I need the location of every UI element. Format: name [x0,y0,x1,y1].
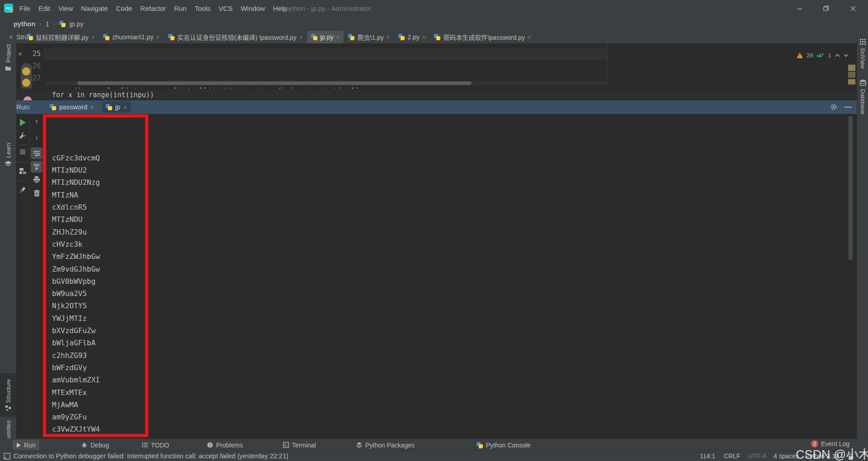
hide-panel-button[interactable] [844,107,852,108]
restore-layout-button[interactable] [16,168,29,174]
close-icon[interactable]: × [528,34,531,40]
status-message[interactable]: Connection to Python debugger failed: In… [14,451,288,461]
breadcrumb-file[interactable]: jp.py [70,20,84,28]
toolwindow-button-debug[interactable]: Debug [78,440,113,450]
breadcrumb-folder[interactable]: 1 [46,20,49,28]
menu-item[interactable]: VCS [215,0,237,17]
toolwindow-label: Python Console [486,442,531,449]
toolbar-group-separator [18,145,27,145]
run-console-tab[interactable]: password × [46,102,98,113]
tool-window-icon [10,34,13,40]
close-icon[interactable]: × [336,34,340,40]
toolwindow-quick-access-button[interactable] [4,453,10,460]
sidebar-item-learn[interactable]: Learn [0,143,16,166]
navigation-bar: python › 1 › jp.py jp [0,17,868,31]
rerun-icon [20,119,26,126]
console-scrollbar-thumb[interactable] [849,116,853,260]
checks-icon [816,52,824,58]
gutter-dot-icon [22,67,30,75]
printer-icon [33,176,40,183]
next-occurrence-button[interactable]: ↓ [30,133,43,142]
menu-item[interactable]: Edit [34,0,54,17]
caret-position-widget[interactable]: 114:1 [700,451,715,461]
menu-item[interactable]: Navigate [77,0,112,17]
wrench-icon [19,132,26,139]
menu-item[interactable]: Tools [191,0,215,17]
indent-widget[interactable]: 4 spaces [774,451,799,461]
chevron-up-icon[interactable] [835,54,840,57]
print-button[interactable] [30,176,43,183]
sidebar-item-structure[interactable]: Structure [0,373,16,417]
editor-tab[interactable]: jp.py × [307,31,344,43]
close-icon[interactable]: × [91,34,95,40]
soft-wrap-toggle[interactable] [31,147,42,159]
inspections-widget[interactable]: 28 1 [797,50,849,60]
sidebar-item-sciview[interactable]: SciView [857,39,868,69]
menu-item[interactable]: Window [236,0,269,17]
quick-access-icon [4,453,10,460]
python-file-icon [168,34,175,40]
toolwindow-button-python-console[interactable]: Python Console [473,440,534,450]
editor-tab-label: 鼠标控制器详解.py [36,33,89,42]
close-icon[interactable]: × [156,34,160,40]
scroll-to-end-toggle[interactable] [31,161,42,173]
sidebar-item-database[interactable]: Database [857,80,868,114]
run-console-tab-label: password [59,103,87,111]
menu-item[interactable]: File [15,0,34,17]
python-file-icon [103,34,109,40]
menu-item[interactable]: Run [170,0,191,17]
editor-tab[interactable]: 实名认证身份证核验(未编译) \password.py × [164,31,307,43]
stop-process-button[interactable] [16,149,29,155]
code-editor[interactable]: » 25 26 27 div_people_list = soup.find_a… [16,43,857,89]
editor-tab[interactable]: 爬虫\1.py × [344,31,394,43]
rerun-button[interactable] [16,119,29,126]
close-icon[interactable]: × [299,34,303,40]
toolwindow-button-terminal[interactable]: Terminal [279,440,320,450]
database-stripe-label: Database [859,89,866,114]
toolwindow-label: Debug [90,442,109,449]
csdn-watermark: CSDN @小木 [796,445,868,461]
toolwindow-button-python-packages[interactable]: Python Packages [353,440,418,450]
line-separator-widget[interactable]: CRLF [724,451,741,461]
prev-occurrence-button[interactable]: ↑ [30,118,43,127]
editor-tab[interactable]: 密码本生成软件\password.py × [430,31,535,43]
toolwindow-button-run[interactable]: Run [13,440,39,450]
menu-item[interactable]: View [54,0,77,17]
database-icon [860,80,866,86]
warning-icon [797,52,803,58]
gear-icon [830,103,837,111]
close-button[interactable] [846,0,860,17]
restore-button[interactable] [819,0,833,17]
horizontal-scrollbar-thumb[interactable] [77,81,472,85]
encoding-widget[interactable]: UTF-8 [748,451,766,461]
editor-tab[interactable]: 2.py × [394,31,430,43]
run-console: ↑ ↓ cGFzc3dvcmQMTIzNDU2MTIzNDU2NzgMTIzNA… [16,114,857,438]
chevron-down-icon[interactable] [844,54,849,57]
menu-item[interactable]: Code [112,0,136,17]
trash-icon [34,190,40,197]
structure-truncated-chip[interactable]: Stru [10,31,28,43]
menu-item[interactable]: Refactor [136,0,170,17]
toolwindow-button-todo[interactable]: TODO [138,440,173,450]
minimize-button[interactable] [793,0,807,17]
close-icon[interactable]: × [123,104,127,110]
terminal-icon [283,442,289,448]
python-file-icon [434,34,440,40]
close-icon[interactable]: × [387,34,390,40]
passed-count: 1 [828,52,831,59]
toolwindow-button-problems[interactable]: Problems [203,440,246,450]
breadcrumb-project[interactable]: python [14,20,35,28]
menu-bar: FileEditViewNavigateCodeRefactorRunTools… [15,0,291,17]
sidebar-item-project[interactable]: Project [0,44,16,71]
fold-marker[interactable]: » [18,48,22,60]
editor-tab[interactable]: zhuomian\1.py × [99,31,164,43]
close-icon[interactable]: × [422,34,426,40]
settings-button[interactable] [830,103,837,111]
close-icon[interactable]: × [90,104,94,110]
clear-console-button[interactable] [30,190,43,197]
editor-tab-label: zhuomian\1.py [112,33,153,41]
editor-tab[interactable]: 鼠标控制器详解.py × [23,31,99,43]
pin-tab-button[interactable] [16,186,29,193]
modify-run-configuration-button[interactable] [16,132,29,139]
run-console-tab[interactable]: jp × [102,102,131,113]
